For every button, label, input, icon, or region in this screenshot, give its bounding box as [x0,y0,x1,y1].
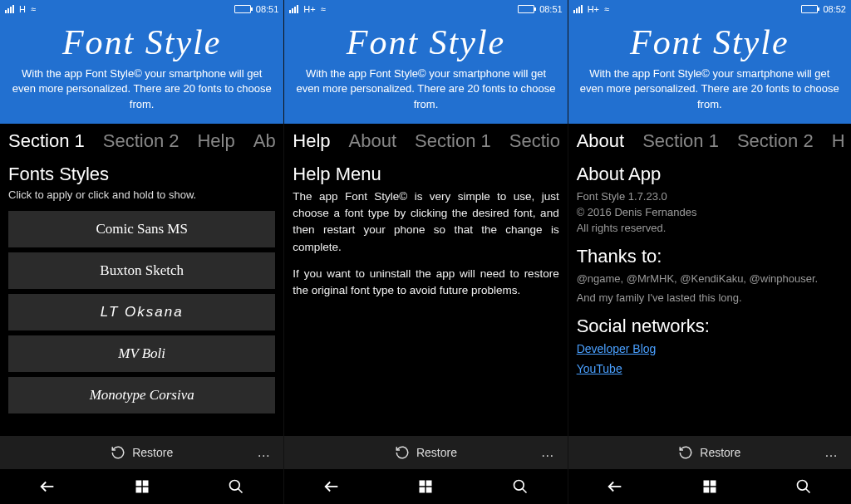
signal-icon [573,5,583,13]
svg-line-20 [806,489,810,493]
link-youtube[interactable]: YouTube [577,362,843,375]
tab-section2[interactable]: Section 2 [103,130,180,152]
restore-label: Restore [132,446,173,459]
restore-label: Restore [416,446,457,459]
restore-button[interactable]: Restore [395,445,457,460]
network-label: H [19,4,26,14]
tab-section1[interactable]: Section 1 [642,130,719,152]
app-header: Font Style With the app Font Style© your… [0,18,283,124]
tab-help[interactable]: H [832,130,845,152]
content-area: Help Menu The app Font Style© is very si… [284,157,567,436]
tab-bar: Section 1 Section 2 Help Ab [0,124,283,157]
svg-rect-3 [135,487,141,493]
battery-icon [801,5,818,13]
help-paragraph: The app Font Style© is very simple to us… [293,188,558,256]
more-button[interactable]: … [541,445,556,460]
tab-bar: About Section 1 Section 2 H [568,124,851,157]
link-developer-blog[interactable]: Developer Blog [577,342,843,355]
tab-section1[interactable]: Section 1 [8,130,85,152]
battery-icon [234,5,251,13]
screen-section1: H ≈ 08:51 Font Style With the app Font S… [0,0,283,504]
svg-rect-10 [420,487,426,493]
app-bar: Restore … [0,436,283,469]
search-button[interactable] [226,477,246,497]
svg-line-13 [522,489,526,493]
app-title: Font Style [577,23,843,61]
section-title: Fonts Styles [8,164,275,185]
clock: 08:51 [256,4,279,14]
svg-rect-16 [711,481,716,487]
tab-section1[interactable]: Section 1 [415,130,491,152]
signal-icon [5,5,14,13]
wifi-icon: ≈ [604,4,609,14]
app-bar: Restore … [568,436,851,469]
content-area: Fonts Styles Click to apply or click and… [0,157,283,436]
restore-icon [111,445,125,460]
nav-bar [284,469,567,504]
about-app-heading: About App [577,164,843,185]
thanks-line: @ngame, @MrMHK, @KendiKaku, @winphouser. [577,272,843,285]
network-label: H+ [588,4,599,14]
tab-section2[interactable]: Sectio [509,130,560,152]
nav-bar [568,469,851,504]
tab-help[interactable]: Help [197,130,234,152]
svg-rect-11 [426,487,432,493]
svg-rect-1 [135,481,141,487]
back-button[interactable] [37,477,57,497]
restore-button[interactable]: Restore [111,445,173,460]
font-item-lt-oksana[interactable]: LT Oksana [8,294,275,330]
tab-about[interactable]: Ab [253,130,276,152]
restore-button[interactable]: Restore [678,445,740,460]
more-button[interactable]: … [824,445,839,460]
network-label: H+ [303,4,315,14]
font-item-comic-sans[interactable]: Comic Sans MS [8,211,275,247]
section-subtitle: Click to apply or click and hold to show… [8,188,275,201]
status-bar: H+ ≈ 08:52 [568,0,851,18]
app-bar: Restore … [284,436,567,469]
svg-rect-15 [703,481,709,487]
more-button[interactable]: … [257,445,272,460]
tab-about[interactable]: About [577,130,625,152]
app-header: Font Style With the app Font Style© your… [568,18,851,124]
clock: 08:51 [539,4,563,14]
battery-icon [518,5,534,13]
home-button[interactable] [132,477,152,497]
app-description: With the app Font Style© your smartphone… [577,66,843,112]
svg-rect-18 [711,487,716,493]
font-item-mv-boli[interactable]: MV Boli [8,335,275,372]
rights-label: All rights reserved. [577,222,843,234]
search-button[interactable] [794,477,814,497]
help-title: Help Menu [293,164,558,185]
tab-help[interactable]: Help [293,130,330,152]
font-item-monotype-corsiva[interactable]: Monotype Corsiva [8,377,275,413]
app-title: Font Style [8,23,275,61]
svg-rect-8 [420,481,426,487]
back-button[interactable] [322,477,342,497]
thanks-heading: Thanks to: [577,246,843,267]
restore-label: Restore [700,446,740,459]
app-header: Font Style With the app Font Style© your… [284,18,567,124]
svg-point-12 [514,481,524,491]
svg-point-5 [230,481,240,491]
version-label: Font Style 1.7.23.0 [577,190,843,203]
tab-about[interactable]: About [349,130,397,152]
screen-help: H+ ≈ 08:51 Font Style With the app Font … [283,0,567,504]
signal-icon [289,5,298,13]
status-bar: H+ ≈ 08:51 [284,0,567,18]
search-button[interactable] [510,477,530,497]
status-bar: H ≈ 08:51 [0,0,283,18]
app-description: With the app Font Style© your smartphone… [8,66,275,112]
restore-icon [395,445,410,460]
font-item-buxton-sketch[interactable]: Buxton Sketch [8,252,275,289]
svg-rect-2 [142,481,148,487]
nav-bar [0,469,283,504]
wifi-icon: ≈ [31,4,36,14]
home-button[interactable] [700,477,720,497]
back-button[interactable] [605,477,625,497]
svg-rect-9 [426,481,432,487]
app-description: With the app Font Style© your smartphone… [293,66,558,112]
svg-rect-17 [703,487,709,493]
tab-section2[interactable]: Section 2 [737,130,814,152]
copyright-label: © 2016 Denis Fernandes [577,206,843,218]
home-button[interactable] [416,477,435,497]
